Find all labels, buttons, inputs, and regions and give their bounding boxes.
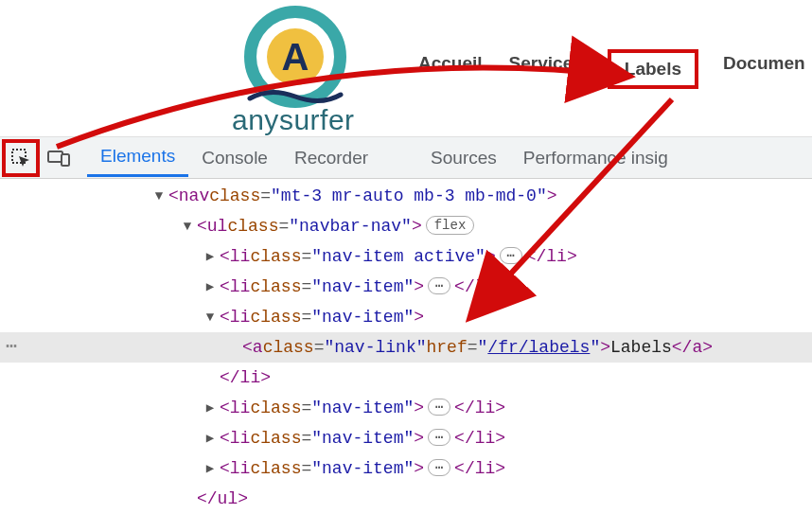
brand-name: anysurfer: [232, 104, 355, 136]
device-toolbar-icon[interactable]: [40, 139, 78, 177]
dom-node-li[interactable]: ▶<li class="nav-item">⋯</li>: [0, 393, 812, 423]
dom-node-li-close[interactable]: </li>: [0, 363, 812, 393]
dom-node-nav[interactable]: ▼<nav class="mt-3 mr-auto mb-3 mb-md-0">: [0, 181, 812, 211]
nav-labels[interactable]: Labels: [608, 49, 698, 89]
ellipsis-icon[interactable]: ⋯: [428, 399, 450, 416]
devtools-panel: Elements Console Recorder Sources Perfor…: [0, 137, 812, 514]
tab-sources[interactable]: Sources: [417, 140, 510, 176]
expand-toggle-icon[interactable]: ▶: [203, 241, 218, 272]
svg-rect-1: [48, 151, 62, 162]
flex-badge[interactable]: flex: [426, 216, 475, 235]
expand-toggle-icon[interactable]: ▼: [180, 211, 195, 241]
website-header: A anysurfer Accueil Services Labels Docu…: [0, 0, 812, 137]
nav-services[interactable]: Services: [507, 49, 585, 89]
dom-node-ul[interactable]: ▼<ul class="navbar-nav"> flex: [0, 211, 812, 241]
expand-toggle-icon[interactable]: ▶: [203, 423, 218, 453]
expand-toggle-icon[interactable]: ▶: [203, 393, 218, 423]
tab-performance[interactable]: Performance insig: [510, 140, 681, 176]
ellipsis-icon[interactable]: ⋯: [428, 277, 450, 294]
dom-node-li[interactable]: ▶<li class="nav-item active">⋯</li>: [0, 241, 812, 272]
expand-toggle-icon[interactable]: ▶: [203, 272, 218, 302]
dom-node-a-labels[interactable]: <a class="nav-link" href="/fr/labels">La…: [0, 332, 812, 363]
dom-tree[interactable]: ▼<nav class="mt-3 mr-auto mb-3 mb-md-0">…: [0, 179, 812, 514]
ellipsis-icon[interactable]: ⋯: [500, 247, 522, 264]
dom-node-li-expanded[interactable]: ▼<li class="nav-item">: [0, 302, 812, 332]
expand-toggle-icon[interactable]: ▶: [203, 453, 218, 484]
expand-toggle-icon[interactable]: ▼: [203, 302, 218, 332]
inspect-element-icon[interactable]: [2, 139, 40, 177]
dom-node-li[interactable]: ▶<li class="nav-item">⋯</li>: [0, 272, 812, 302]
tab-elements[interactable]: Elements: [87, 138, 188, 177]
nav-documentation[interactable]: Documen: [721, 49, 807, 89]
site-nav: Accueil Services Labels Documen: [416, 49, 812, 89]
svg-rect-2: [62, 154, 69, 166]
dom-node-ul-close[interactable]: </ul>: [0, 484, 812, 514]
tab-recorder[interactable]: Recorder: [281, 140, 381, 176]
nav-accueil[interactable]: Accueil: [416, 49, 485, 89]
tab-console[interactable]: Console: [188, 140, 281, 176]
dom-node-li[interactable]: ▶<li class="nav-item">⋯</li>: [0, 423, 812, 453]
ellipsis-icon[interactable]: ⋯: [428, 429, 450, 446]
expand-toggle-icon[interactable]: ▼: [151, 181, 167, 211]
devtools-toolbar: Elements Console Recorder Sources Perfor…: [0, 137, 812, 179]
ellipsis-icon[interactable]: ⋯: [428, 459, 450, 476]
dom-node-li[interactable]: ▶<li class="nav-item">⋯</li>: [0, 453, 812, 484]
